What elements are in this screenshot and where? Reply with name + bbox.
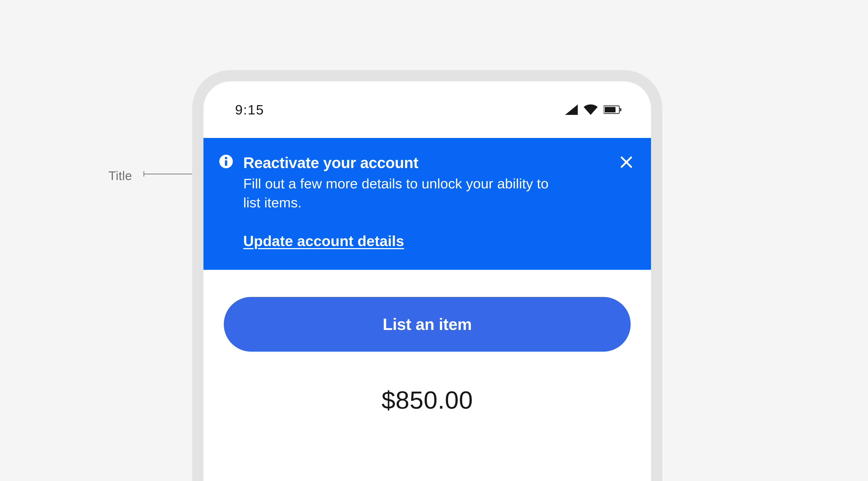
status-time: 9:15 bbox=[235, 102, 264, 118]
banner-body: Reactivate your account Fill out a few m… bbox=[243, 154, 635, 249]
main-content: List an item $850.00 bbox=[204, 270, 651, 414]
info-icon bbox=[219, 155, 233, 169]
list-item-button[interactable]: List an item bbox=[224, 297, 631, 352]
battery-icon bbox=[603, 105, 622, 114]
banner-description: Fill out a few more details to unlock yo… bbox=[243, 174, 560, 212]
annotation-title-label: Title bbox=[108, 169, 132, 183]
close-icon[interactable] bbox=[620, 156, 633, 170]
annotation-tick-left bbox=[144, 171, 144, 177]
status-bar: 9:15 bbox=[204, 82, 651, 138]
svg-marker-0 bbox=[565, 104, 578, 115]
amount-value: $850.00 bbox=[224, 386, 631, 414]
svg-rect-3 bbox=[620, 108, 621, 111]
cellular-icon bbox=[565, 104, 578, 115]
update-account-link[interactable]: Update account details bbox=[243, 233, 404, 249]
reactivate-banner: Reactivate your account Fill out a few m… bbox=[204, 138, 651, 270]
svg-point-5 bbox=[225, 157, 227, 159]
banner-title: Reactivate your account bbox=[243, 154, 635, 172]
svg-rect-6 bbox=[225, 160, 227, 166]
status-icons bbox=[565, 104, 622, 115]
svg-rect-2 bbox=[604, 107, 616, 112]
device-frame: 9:15 bbox=[192, 70, 662, 481]
wifi-icon bbox=[584, 104, 598, 115]
